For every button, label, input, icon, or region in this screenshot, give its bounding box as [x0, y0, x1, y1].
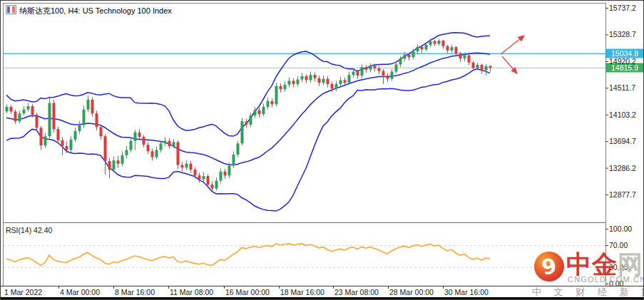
candle — [425, 45, 428, 49]
candle — [352, 72, 355, 76]
candle — [6, 107, 9, 111]
candle — [481, 65, 484, 71]
candle — [378, 68, 381, 71]
candle — [211, 185, 214, 188]
candle — [331, 84, 334, 88]
candle — [288, 81, 291, 84]
candle — [335, 84, 338, 88]
candles-layer[interactable] — [6, 38, 492, 191]
candle — [155, 150, 158, 157]
time-axis-label: 23 Mar 08:00 — [334, 288, 379, 296]
time-axis-label: 4 Mar 00:00 — [60, 288, 100, 296]
candle — [198, 175, 201, 179]
candle — [267, 101, 270, 107]
candle — [10, 107, 13, 111]
candle — [468, 56, 471, 63]
candle — [113, 160, 116, 170]
candle — [224, 172, 227, 175]
candle — [301, 76, 304, 80]
candle — [138, 133, 141, 137]
candle — [429, 41, 432, 44]
candle — [151, 151, 154, 157]
candle — [455, 47, 458, 53]
candle — [297, 80, 300, 84]
candle — [476, 65, 479, 68]
candle — [314, 75, 317, 78]
candle — [83, 110, 86, 125]
price-axis-label: 14103.2 — [609, 110, 636, 119]
candle — [87, 100, 90, 110]
candle — [250, 115, 252, 125]
brand-domain: CNGOLD.COM.CN — [568, 275, 644, 284]
bollinger-bands — [6, 33, 490, 211]
price-axis-label: 13286.2 — [609, 164, 636, 172]
price-axis-label: 15328.7 — [609, 30, 636, 38]
candle — [36, 115, 39, 128]
candle — [31, 106, 34, 115]
candle — [446, 46, 449, 51]
candle — [438, 41, 441, 44]
candle — [48, 103, 51, 137]
candle — [489, 66, 492, 68]
candle — [160, 143, 163, 150]
time-axis-label: 28 Mar 00:00 — [389, 288, 434, 296]
time-axis-label: 8 Mar 16:00 — [115, 288, 155, 296]
candle — [228, 165, 231, 175]
chart-type-icon — [6, 5, 16, 14]
candle — [348, 75, 351, 83]
candle — [387, 76, 389, 79]
candle — [344, 80, 347, 83]
candle — [57, 129, 60, 140]
candle — [262, 107, 265, 114]
candle — [421, 47, 424, 50]
candle — [108, 161, 111, 170]
candle — [147, 145, 150, 151]
time-axis-label: 16 Mar 00:00 — [225, 288, 270, 296]
candle — [310, 75, 312, 80]
price-axis-label: 14511.7 — [609, 83, 635, 92]
candle — [374, 66, 377, 68]
candle — [104, 136, 107, 161]
axis-ticks — [59, 9, 609, 289]
candle — [339, 80, 342, 83]
bb-middle — [6, 53, 490, 165]
candle — [61, 140, 64, 146]
candle — [215, 181, 218, 189]
candle — [220, 172, 223, 181]
candle — [53, 103, 56, 130]
rsi-axis-label: 100.00 — [609, 224, 632, 233]
candle — [70, 140, 73, 150]
candle — [369, 66, 372, 69]
candle — [23, 110, 26, 113]
candle — [382, 71, 385, 76]
candle — [245, 121, 248, 125]
candle — [327, 79, 329, 84]
candle — [185, 164, 188, 167]
symbol-title: 纳斯达克100, H4: US Technology 100 Index — [19, 6, 172, 16]
candle — [485, 66, 488, 71]
rsi-line — [6, 244, 490, 266]
candle — [181, 165, 184, 168]
candle — [173, 142, 175, 145]
brand-tagline: 中 文 财 经 新 媒 体 — [532, 286, 644, 299]
candle — [275, 86, 278, 105]
candle — [408, 55, 411, 58]
candle — [121, 155, 124, 164]
up-arrow-icon — [501, 36, 524, 54]
price-axis-label: 15737.2 — [609, 4, 636, 12]
candle — [322, 79, 325, 83]
candle — [305, 76, 308, 80]
candle — [130, 141, 133, 150]
candle — [78, 125, 81, 131]
candle — [168, 141, 171, 146]
candle — [258, 110, 261, 114]
candle — [96, 113, 98, 127]
candle — [361, 67, 364, 76]
candle — [177, 142, 180, 165]
candle — [464, 56, 466, 59]
candle — [134, 133, 137, 141]
bb-lower — [6, 69, 490, 212]
candle — [357, 72, 359, 76]
candle — [237, 143, 240, 155]
price-axis-label: 12877.7 — [609, 190, 636, 199]
